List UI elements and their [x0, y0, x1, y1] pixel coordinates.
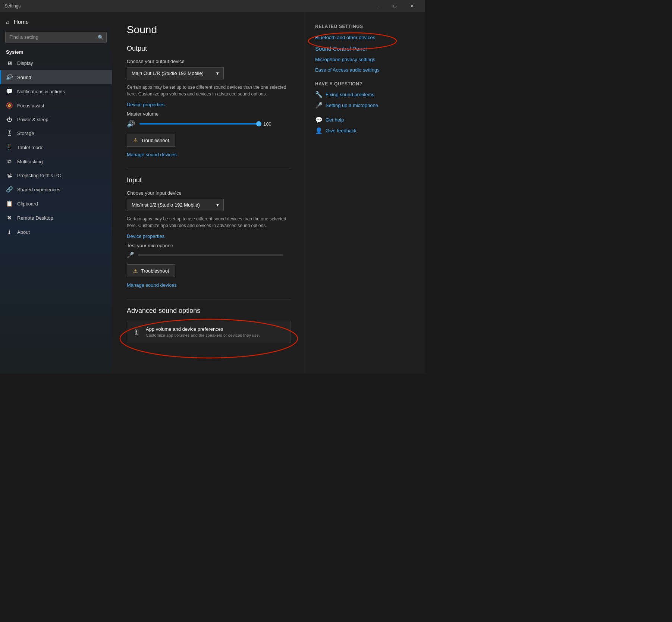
sidebar-item-label: Tablet mode [17, 145, 44, 150]
get-help-item[interactable]: 💬 Get help [315, 116, 416, 123]
output-manage-link[interactable]: Manage sound devices [127, 152, 177, 157]
sidebar-item-storage[interactable]: 🗄 Storage [0, 126, 112, 140]
sidebar-item-display[interactable]: 🖥 Display [0, 56, 112, 70]
search-container: 🔍 [5, 32, 107, 43]
input-device-dropdown[interactable]: Mic/Inst 1/2 (Studio 192 Mobile) ▾ [127, 199, 224, 211]
bluetooth-link[interactable]: Bluetooth and other devices [315, 34, 416, 41]
volume-row: 🔊 100 [127, 120, 291, 128]
output-description: Certain apps may be set up to use differ… [127, 84, 287, 97]
output-troubleshoot-label: Troubleshoot [141, 138, 169, 143]
get-help-icon: 💬 [315, 116, 323, 123]
ease-access-link[interactable]: Ease of Access audio settings [315, 67, 416, 73]
sidebar-item-tablet[interactable]: 📱 Tablet mode [0, 140, 112, 154]
setup-mic-link[interactable]: Setting up a microphone [326, 103, 378, 108]
output-device-value: Main Out L/R (Studio 192 Mobile) [132, 70, 204, 76]
sidebar-item-sound[interactable]: 🔊 Sound [0, 70, 112, 84]
mic-test-label: Test your microphone [127, 243, 291, 248]
input-troubleshoot-label: Troubleshoot [141, 268, 169, 274]
app-body: ⌂ Home 🔍 System 🖥 Display 🔊 Sound 💬 Noti… [0, 12, 425, 374]
mic-row: 🎤 [127, 251, 291, 258]
sidebar-item-label: Projecting to this PC [17, 173, 61, 178]
sidebar-section-title: System [0, 45, 112, 56]
sidebar-item-clipboard[interactable]: 📋 Clipboard [0, 197, 112, 211]
input-heading: Input [127, 176, 291, 184]
input-manage-link[interactable]: Manage sound devices [127, 282, 177, 288]
home-icon: ⌂ [6, 19, 9, 25]
mic-meter [138, 254, 283, 256]
sidebar-item-focus[interactable]: 🔕 Focus assist [0, 98, 112, 113]
sidebar-item-home[interactable]: ⌂ Home [0, 15, 112, 29]
sound-icon: 🔊 [6, 74, 13, 81]
sidebar-item-label: Multitasking [17, 159, 43, 164]
output-heading: Output [127, 45, 291, 53]
input-choose-label: Choose your input device [127, 190, 291, 196]
sidebar-item-shared[interactable]: 🔗 Shared experiences [0, 182, 112, 197]
sidebar-item-label: Clipboard [17, 201, 38, 207]
volume-value: 100 [263, 121, 274, 127]
output-device-dropdown[interactable]: Main Out L/R (Studio 192 Mobile) ▾ [127, 67, 224, 79]
close-button[interactable]: ✕ [403, 0, 421, 12]
focus-icon: 🔕 [6, 102, 13, 109]
sound-control-panel-link[interactable]: Sound Control Panel [315, 45, 416, 53]
input-troubleshoot-button[interactable]: ⚠ Troubleshoot [127, 264, 175, 277]
sidebar-item-about[interactable]: ℹ About [0, 225, 112, 239]
home-label: Home [14, 19, 29, 25]
sidebar-item-label: Power & sleep [17, 117, 48, 122]
chevron-down-icon-2: ▾ [216, 202, 219, 208]
give-feedback-item[interactable]: 👤 Give feedback [315, 127, 416, 134]
setup-mic-icon: 🎤 [315, 102, 323, 109]
volume-label: Master volume [127, 111, 291, 117]
volume-speaker-icon: 🔊 [127, 120, 135, 128]
search-input[interactable] [5, 32, 107, 43]
output-device-properties-link[interactable]: Device properties [127, 102, 164, 107]
divider-2 [127, 299, 291, 299]
input-description: Certain apps may be set up to use differ… [127, 216, 287, 229]
app-volume-title: App volume and device preferences [146, 326, 260, 332]
maximize-button[interactable]: □ [386, 0, 403, 12]
volume-thumb [256, 121, 261, 126]
sidebar-item-label: Display [17, 60, 33, 66]
sidebar-item-notifications[interactable]: 💬 Notifications & actions [0, 84, 112, 98]
volume-slider[interactable] [139, 123, 259, 125]
app-title: Settings [4, 3, 21, 9]
app-volume-item[interactable]: 🎚 App volume and device preferences Cust… [127, 321, 291, 343]
content-area: Sound Output Choose your output device M… [112, 12, 306, 374]
minimize-button[interactable]: – [369, 0, 386, 12]
output-troubleshoot-button[interactable]: ⚠ Troubleshoot [127, 134, 175, 147]
related-settings-title: Related Settings [315, 24, 416, 29]
output-choose-label: Choose your output device [127, 59, 291, 64]
sidebar-item-label: Notifications & actions [17, 89, 65, 94]
storage-icon: 🗄 [6, 130, 13, 136]
sidebar-item-remote[interactable]: ✖ Remote Desktop [0, 211, 112, 225]
notifications-icon: 💬 [6, 88, 13, 95]
sidebar: ⌂ Home 🔍 System 🖥 Display 🔊 Sound 💬 Noti… [0, 12, 112, 374]
about-icon: ℹ [6, 229, 13, 235]
sidebar-item-projecting[interactable]: 📽 Projecting to this PC [0, 169, 112, 182]
input-device-properties-link[interactable]: Device properties [127, 233, 164, 239]
sidebar-item-label: Storage [17, 131, 34, 136]
clipboard-icon: 📋 [6, 200, 13, 207]
sidebar-item-label: Focus assist [17, 103, 44, 109]
titlebar: Settings – □ ✕ [0, 0, 425, 12]
get-help-link[interactable]: Get help [326, 117, 344, 123]
fix-sound-link[interactable]: Fixing sound problems [326, 92, 374, 97]
divider-1 [127, 169, 291, 169]
mic-privacy-link[interactable]: Microphone privacy settings [315, 56, 416, 63]
get-help-section: 💬 Get help 👤 Give feedback [315, 116, 416, 134]
give-feedback-icon: 👤 [315, 127, 323, 134]
setup-mic-item[interactable]: 🎤 Setting up a microphone [315, 102, 416, 109]
app-volume-text: App volume and device preferences Custom… [146, 326, 260, 337]
remote-icon: ✖ [6, 214, 13, 221]
give-feedback-link[interactable]: Give feedback [326, 128, 357, 133]
projecting-icon: 📽 [6, 172, 13, 179]
sidebar-item-multitasking[interactable]: ⧉ Multitasking [0, 154, 112, 169]
fix-sound-item[interactable]: 🔧 Fixing sound problems [315, 91, 416, 98]
sidebar-item-power[interactable]: ⏻ Power & sleep [0, 113, 112, 126]
warning-icon-2: ⚠ [133, 268, 138, 274]
shared-icon: 🔗 [6, 186, 13, 193]
app-volume-sub: Customize app volumes and the speakers o… [146, 333, 260, 337]
sidebar-item-label: About [17, 229, 30, 235]
sidebar-item-label: Sound [17, 75, 31, 80]
sidebar-item-label: Shared experiences [17, 187, 60, 192]
sliders-icon: 🎚 [133, 328, 141, 336]
